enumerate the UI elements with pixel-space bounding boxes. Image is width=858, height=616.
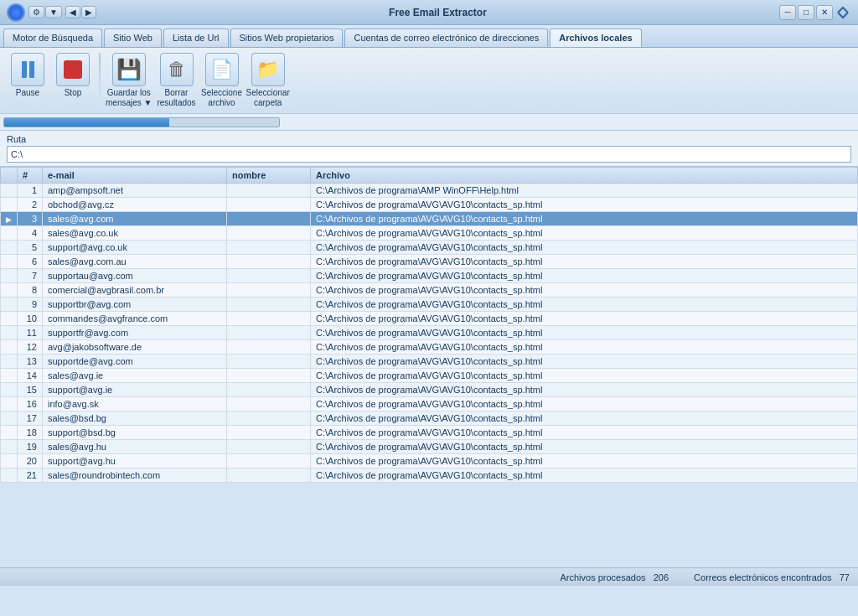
delete-label: Borrar resultados [157, 88, 195, 108]
nav-btn-group2: ◀ ▶ [65, 6, 96, 18]
stop-icon [56, 53, 90, 86]
row-archivo: C:\Archivos de programa\AVG\AVG10\contac… [311, 369, 858, 383]
stop-label: Stop [65, 88, 82, 98]
row-num: 18 [18, 426, 43, 440]
row-checkbox-cell [1, 198, 18, 212]
row-email: support@bsd.bg [43, 426, 227, 440]
row-nombre [227, 412, 311, 426]
row-email: sales@roundrobintech.com [43, 468, 227, 483]
col-header-nombre: nombre [227, 168, 311, 184]
row-nombre [227, 269, 311, 283]
row-archivo: C:\Archivos de programa\AVG\AVG10\contac… [311, 383, 858, 397]
table-row[interactable]: 10commandes@avgfrance.comC:\Archivos de … [1, 312, 858, 326]
row-nombre [227, 454, 311, 468]
row-checkbox-cell [1, 269, 18, 283]
table-row[interactable]: 12avg@jakobsoftware.deC:\Archivos de pro… [1, 340, 858, 355]
row-nombre [227, 226, 311, 241]
save-messages-button[interactable]: 💾 Guardar los mensajes ▼ [106, 53, 152, 108]
row-checkbox-cell [1, 369, 18, 383]
table-row[interactable]: 7supportau@avg.comC:\Archivos de program… [1, 269, 858, 283]
row-email: supportfr@avg.com [43, 326, 227, 340]
row-num: 21 [18, 468, 43, 483]
correos-label: Correos electrónicos encontrados [694, 572, 831, 582]
row-archivo: C:\Archivos de programa\AVG\AVG10\contac… [311, 269, 858, 283]
pause-button[interactable]: Pause [7, 53, 49, 98]
settings-btn[interactable]: ⚙ [28, 6, 44, 18]
select-folder-label: Seleccionar carpeta [246, 88, 290, 108]
archivos-label: Archivos procesados [560, 572, 645, 582]
table-row[interactable]: 11supportfr@avg.comC:\Archivos de progra… [1, 326, 858, 340]
close-button[interactable]: ✕ [816, 5, 833, 20]
row-num: 19 [18, 440, 43, 454]
minimize-button[interactable]: ─ [779, 5, 796, 20]
row-email: supportau@avg.com [43, 269, 227, 283]
table-row[interactable]: 9supportbr@avg.comC:\Archivos de program… [1, 298, 858, 312]
save-icon: 💾 [112, 53, 146, 86]
table-row[interactable]: 1amp@ampsoft.netC:\Archivos de programa\… [1, 184, 858, 198]
table-row[interactable]: 5support@avg.co.ukC:\Archivos de program… [1, 241, 858, 255]
table-row[interactable]: 17sales@bsd.bgC:\Archivos de programa\AV… [1, 412, 858, 426]
nav-btn-group: ⚙ ▼ [28, 6, 62, 18]
archivos-status: Archivos procesados 206 [560, 572, 669, 582]
select-file-button[interactable]: 📄 Seleccione archivo [201, 53, 243, 108]
tab-sitioweb[interactable]: Sitio Web [104, 28, 162, 47]
tab-cuentas[interactable]: Cuentas de correo electrónico de direcci… [344, 28, 548, 47]
nav-left-btn[interactable]: ◀ [65, 6, 80, 18]
window-controls: ─ □ ✕ [779, 5, 851, 20]
table-row[interactable]: 6sales@avg.com.auC:\Archivos de programa… [1, 255, 858, 269]
progress-area [0, 114, 858, 131]
row-nombre [227, 369, 311, 383]
row-num: 15 [18, 383, 43, 397]
title-bar: ⚙ ▼ ◀ ▶ Free Email Extractor ─ □ ✕ [0, 0, 858, 25]
tab-sitiospropietarios[interactable]: Sitios Web propietarios [230, 28, 344, 47]
row-archivo: C:\Archivos de programa\AVG\AVG10\contac… [311, 426, 858, 440]
row-archivo: C:\Archivos de programa\AVG\AVG10\contac… [311, 440, 858, 454]
row-email: commandes@avgfrance.com [43, 312, 227, 326]
select-folder-button[interactable]: 📁 Seleccionar carpeta [246, 53, 290, 108]
row-archivo: C:\Archivos de programa\AVG\AVG10\contac… [311, 340, 858, 355]
nav-right-btn[interactable]: ▶ [81, 6, 96, 18]
table-row[interactable]: 20support@avg.huC:\Archivos de programa\… [1, 454, 858, 468]
tab-motor[interactable]: Motor de Búsqueda [3, 28, 102, 47]
table-header-row: # e-mail nombre Archivo [1, 168, 858, 184]
row-archivo: C:\Archivos de programa\AVG\AVG10\contac… [311, 312, 858, 326]
row-num: 6 [18, 255, 43, 269]
app-title: Free Email Extractor [389, 7, 487, 18]
row-archivo: C:\Archivos de programa\AVG\AVG10\contac… [311, 397, 858, 412]
col-header-email: e-mail [43, 168, 227, 184]
row-email: comercial@avgbrasil.com.br [43, 283, 227, 298]
table-scroll[interactable]: # e-mail nombre Archivo 1amp@ampsoft.net… [0, 167, 858, 567]
row-archivo: C:\Archivos de programa\AVG\AVG10\contac… [311, 468, 858, 483]
table-row[interactable]: 18support@bsd.bgC:\Archivos de programa\… [1, 426, 858, 440]
tab-archivoslocales[interactable]: Archivos locales [550, 28, 641, 47]
main-content: Motor de Búsqueda Sitio Web Lista de Url… [0, 25, 858, 586]
row-num: 4 [18, 226, 43, 241]
row-archivo: C:\Archivos de programa\AVG\AVG10\contac… [311, 226, 858, 241]
tab-listurl[interactable]: Lista de Url [163, 28, 229, 47]
row-num: 17 [18, 412, 43, 426]
pause-icon [11, 53, 44, 86]
table-row[interactable]: 8comercial@avgbrasil.com.brC:\Archivos d… [1, 283, 858, 298]
maximize-button[interactable]: □ [798, 5, 814, 20]
table-row[interactable]: 19sales@avg.huC:\Archivos de programa\AV… [1, 440, 858, 454]
row-checkbox-cell [1, 383, 18, 397]
stop-button[interactable]: Stop [52, 53, 94, 98]
table-row[interactable]: 14sales@avg.ieC:\Archivos de programa\AV… [1, 369, 858, 383]
row-email: sales@avg.hu [43, 440, 227, 454]
row-num: 1 [18, 184, 43, 198]
delete-results-button[interactable]: 🗑 Borrar resultados [156, 53, 198, 108]
table-row[interactable]: 2obchod@avg.czC:\Archivos de programa\AV… [1, 198, 858, 212]
row-email: sales@bsd.bg [43, 412, 227, 426]
table-row[interactable]: 16info@avg.skC:\Archivos de programa\AVG… [1, 397, 858, 412]
ruta-input[interactable] [7, 146, 851, 163]
dropdown-btn[interactable]: ▼ [45, 6, 62, 18]
table-row[interactable]: 15support@avg.ieC:\Archivos de programa\… [1, 383, 858, 397]
row-nombre [227, 283, 311, 298]
row-num: 10 [18, 312, 43, 326]
table-row[interactable]: 4sales@avg.co.ukC:\Archivos de programa\… [1, 226, 858, 241]
table-row[interactable]: 13supportde@avg.comC:\Archivos de progra… [1, 355, 858, 369]
row-num: 12 [18, 340, 43, 355]
table-row[interactable]: ▶3sales@avg.comC:\Archivos de programa\A… [1, 212, 858, 226]
row-num: 14 [18, 369, 43, 383]
table-row[interactable]: 21sales@roundrobintech.comC:\Archivos de… [1, 468, 858, 483]
